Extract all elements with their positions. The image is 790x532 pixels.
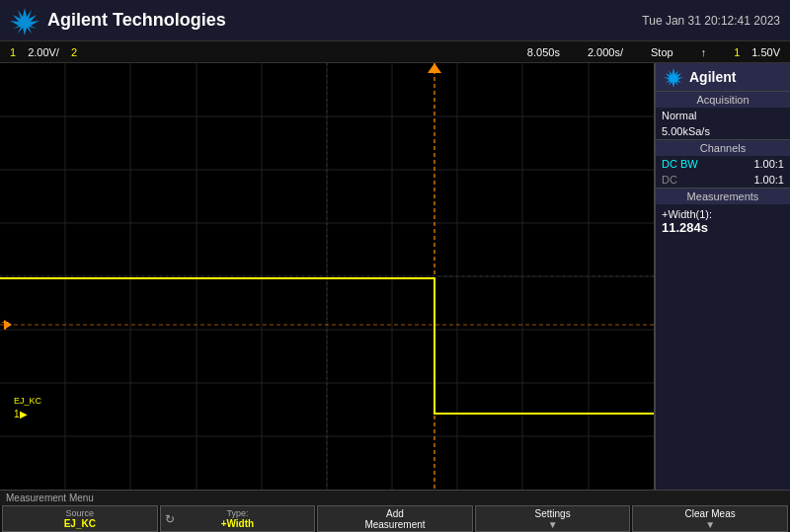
toolbar-ch1: 1 <box>4 46 22 58</box>
header-title: Agilent Technologies <box>47 10 226 31</box>
acquisition-section: Acquisition Normal 5.00kSa/s <box>656 91 790 139</box>
add-label: Add <box>386 508 404 519</box>
panel-brand: Agilent <box>689 69 736 85</box>
scope-display: T 1▶ EJ_KC <box>0 63 654 490</box>
main-area: T 1▶ EJ_KC Agilent Acquisition Normal 5.… <box>0 63 790 490</box>
bottom-menu: Measurement Menu Source EJ_KC ↻ Type: +W… <box>0 490 790 532</box>
toolbar-trigger-arrow: ↑ <box>695 46 713 58</box>
acquisition-rate: 5.00kSa/s <box>662 125 710 137</box>
svg-marker-27 <box>664 68 683 87</box>
toolbar-ch2: 2 <box>65 46 83 58</box>
toolbar-ref: 1 <box>728 46 746 58</box>
acquisition-mode-row: Normal <box>656 108 790 123</box>
acquisition-rate-row: 5.00kSa/s <box>656 123 790 139</box>
toolbar-timebase: 8.050s <box>521 46 566 58</box>
type-label: Type: <box>226 508 248 518</box>
acquisition-title: Acquisition <box>656 92 790 108</box>
svg-marker-0 <box>10 8 40 36</box>
measurement-1-name: +Width(1): <box>662 208 784 220</box>
source-label: Source <box>66 508 95 518</box>
clear-meas-button[interactable]: Clear Meas ▼ <box>632 505 788 532</box>
acquisition-mode: Normal <box>662 110 696 121</box>
source-button[interactable]: Source EJ_KC <box>2 505 158 532</box>
measurements-title: Measurements <box>656 189 790 204</box>
header-left: Agilent Technologies <box>10 6 226 36</box>
settings-label: Settings <box>535 508 571 519</box>
svg-text:EJ_KC: EJ_KC <box>14 396 42 406</box>
source-value: EJ_KC <box>64 518 96 529</box>
clear-down-icon: ▼ <box>705 519 715 530</box>
right-panel: Agilent Acquisition Normal 5.00kSa/s Cha… <box>654 63 790 490</box>
grid-svg: T 1▶ EJ_KC <box>0 63 654 490</box>
measurements-section: Measurements +Width(1): 11.284s <box>656 188 790 490</box>
toolbar-voltage: 1.50V <box>746 46 786 58</box>
channels-section: Channels DC BW 1.00:1 DC 1.00:1 <box>656 139 790 188</box>
refresh-icon: ↻ <box>165 512 175 526</box>
measurement-1-value: 11.284s <box>662 220 784 235</box>
panel-logo-icon <box>664 67 683 87</box>
toolbar: 1 2.00V/ 2 8.050s 2.000s/ Stop ↑ 1 1.50V <box>0 41 790 63</box>
svg-text:1▶: 1▶ <box>14 409 28 419</box>
menu-buttons: Source EJ_KC ↻ Type: +Width Add Measurem… <box>0 505 790 532</box>
panel-header: Agilent <box>656 63 790 91</box>
type-value: +Width <box>221 518 255 529</box>
toolbar-ch1-scale: 2.00V/ <box>22 46 65 58</box>
add-measurement-button[interactable]: Add Measurement <box>317 505 473 532</box>
toolbar-trigger-mode: Stop <box>645 46 679 58</box>
toolbar-time-per-div: 2.000s/ <box>582 46 629 58</box>
settings-button[interactable]: Settings ▼ <box>475 505 631 532</box>
agilent-logo-icon <box>10 6 40 36</box>
clear-label: Clear Meas <box>685 508 736 519</box>
ch1-row: DC BW 1.00:1 <box>656 156 790 172</box>
menu-label: Measurement Menu <box>0 491 790 505</box>
ch1-label: DC BW <box>662 158 698 170</box>
ch1-value: 1.00:1 <box>753 158 784 170</box>
ch2-value: 1.00:1 <box>753 174 784 186</box>
measurement-item-1: +Width(1): 11.284s <box>656 204 790 239</box>
settings-down-icon: ▼ <box>548 519 558 530</box>
header-datetime: Tue Jan 31 20:12:41 2023 <box>642 14 780 28</box>
ch2-label: DC <box>662 174 677 186</box>
add-sublabel: Measurement <box>364 519 425 530</box>
ch2-row: DC 1.00:1 <box>656 172 790 188</box>
channels-title: Channels <box>656 140 790 156</box>
type-button[interactable]: ↻ Type: +Width <box>160 505 316 532</box>
header: Agilent Technologies Tue Jan 31 20:12:41… <box>0 0 790 41</box>
